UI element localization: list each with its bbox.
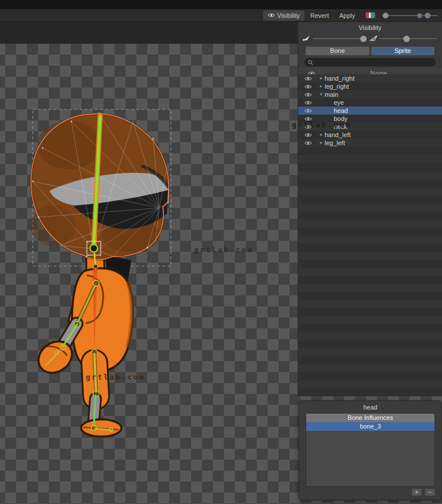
bone-opacity-knob[interactable] [360,36,367,42]
tree-row-empty [298,284,442,292]
alpha-slider-knob[interactable] [383,13,388,18]
tree-row-empty [298,219,442,228]
tree-row-label: hand_right [325,74,355,82]
search-icon [308,60,314,66]
revert-button[interactable]: Revert [306,10,333,21]
tree-row-label: leg_right [325,82,349,90]
sprite-inspector-panel: head Bone Influences bone_3 + − [299,400,442,500]
bone-influence-buttons: + − [411,488,435,496]
watermark: grtlab.com [194,245,253,254]
tree-row-empty [298,373,442,381]
tree-row-empty [298,324,442,332]
tree-row-empty [298,147,442,155]
visibility-tabs: Bone Sprite [298,45,442,55]
tree-row-empty [298,163,442,171]
visibility-eye-icon[interactable] [298,76,318,81]
tree-row-empty [298,300,442,308]
bone-opacity-slider[interactable] [313,35,366,43]
tree-row-label: head [334,107,348,115]
tree-row-label: hand_left [325,131,350,139]
eye-icon [268,12,275,19]
tree-row-empty [298,276,442,284]
mesh-opacity-icon [369,34,378,42]
selected-sprite-title: head [299,401,441,412]
tree-row-label: main [325,90,338,98]
tree-row-empty [298,340,442,348]
tree-row[interactable]: head [298,107,442,115]
mesh-opacity-knob[interactable] [403,36,410,42]
visibility-eye-icon[interactable] [298,84,318,89]
tree-row-empty [298,389,442,396]
zoom-icon [417,13,422,18]
remove-bone-influence-button[interactable]: − [425,488,435,496]
tree-row-empty [298,155,442,163]
tree-row-empty [298,211,442,219]
bone-opacity-icon [302,34,311,42]
tree-row[interactable]: ▸leg_left [298,139,442,147]
visibility-eye-icon[interactable] [298,108,318,113]
tree-row-label: eye [334,98,344,107]
tab-bone[interactable]: Bone [306,47,369,55]
tree-row-empty [298,244,442,252]
tree-row[interactable]: ▾main [298,90,442,98]
tree-row[interactable]: eye [298,98,442,107]
tree-row-empty [298,292,442,300]
bone-influence-item[interactable]: bone_3 [306,422,435,431]
watermark: grtlab.com [292,120,351,129]
visibility-eye-icon[interactable] [298,100,318,105]
tree-row-empty [298,332,442,340]
tree-row-empty [298,316,442,324]
tree-row-empty [298,179,442,187]
tree-row-empty [298,236,442,244]
visibility-eye-icon[interactable] [298,141,318,146]
apply-button[interactable]: Apply [334,10,360,21]
visibility-eye-icon[interactable] [298,132,318,138]
visibility-toggle-button[interactable]: Visibility [263,10,305,21]
tree-row-empty [298,268,442,276]
bone-influences-items: bone_3 [306,422,435,431]
zoom-slider[interactable] [382,12,437,20]
color-channel-swatch[interactable] [365,12,375,18]
visibility-button-label: Visibility [277,12,300,19]
visibility-panel-title: Visibility [298,22,442,32]
tree-row-empty [298,348,442,357]
expanded-arrow-icon[interactable]: ▾ [318,90,325,98]
collapsed-arrow-icon[interactable]: ▸ [318,131,325,139]
tree-row-empty [298,203,442,211]
tab-sprite[interactable]: Sprite [371,47,435,55]
tree-row[interactable]: ▸hand_left [298,131,442,139]
tree-row-label: leg_left [325,139,345,147]
tree-row-empty [298,252,442,260]
tree-row-empty [298,187,442,195]
collapsed-arrow-icon[interactable]: ▸ [318,139,325,147]
tree-row-empty [298,357,442,365]
tree-row[interactable]: ▸leg_right [298,82,442,90]
collapsed-arrow-icon[interactable]: ▸ [318,74,325,82]
add-bone-influence-button[interactable]: + [411,488,422,496]
bone-influences-header: Bone Influences [306,414,435,422]
visibility-panel: Visibility Bone Sprite [298,22,442,396]
search-input[interactable] [304,58,436,66]
mesh-opacity-slider[interactable] [379,35,437,43]
opacity-sliders [298,32,442,45]
tree-row[interactable]: ▸hand_right [298,74,442,82]
zoom-slider-knob[interactable] [425,13,430,18]
tree-row-empty [298,195,442,203]
sprite-editor-toolbar: Visibility Revert Apply [0,9,442,22]
tree-row-empty [298,308,442,316]
window-top-strip [0,0,442,9]
watermark: grtlab.com [86,373,145,381]
tree-row-empty [298,171,442,179]
tree-row-empty [298,228,442,236]
visibility-eye-icon[interactable] [298,92,318,97]
tree-row-empty [298,260,442,268]
collapsed-arrow-icon[interactable]: ▸ [318,82,325,90]
skinning-editor-window: grtlab.com grtlab.com Visibility Revert … [0,0,442,504]
bone-influences-list: Bone Influences bone_3 [306,413,435,487]
tree-row-empty [298,365,442,373]
tree-row-empty [298,381,442,389]
